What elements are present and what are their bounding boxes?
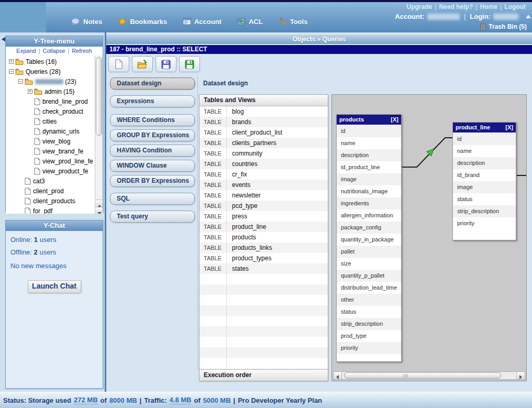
tree-item-view-product-fe[interactable]: view_product_fe [6, 166, 95, 176]
tree-item-label[interactable]: cities [42, 118, 57, 125]
save-button[interactable] [156, 56, 176, 72]
step-button-expressions[interactable]: Expressions [110, 95, 195, 107]
tree-item-label[interactable]: view_product_fe [42, 168, 88, 175]
tree-action-collapse[interactable]: Collapse [42, 48, 65, 54]
field-strip-description[interactable]: strip_description [337, 318, 401, 330]
table-name[interactable]: products_links [227, 242, 272, 253]
launch-chat-button[interactable]: Launch Chat [28, 280, 81, 293]
tree-item-label[interactable]: cat3 [32, 178, 45, 185]
table-name[interactable]: product_line [227, 222, 266, 232]
field-name[interactable]: name [453, 145, 516, 157]
tree-item-for-pdf[interactable]: for_pdf [6, 206, 95, 214]
close-table-button[interactable]: [X] [391, 115, 398, 125]
status-link-272-mb[interactable]: 272 MB [74, 396, 98, 404]
field-pallet[interactable]: pallet [337, 246, 401, 258]
tree-item-label[interactable]: view_blog [42, 138, 70, 145]
table-name[interactable]: pcd_type [227, 201, 258, 211]
tree-item-label[interactable]: for_pdf [32, 207, 52, 214]
tree-item-dynamic-urls[interactable]: dynamic_urls [6, 126, 95, 136]
table-name[interactable]: community [227, 148, 262, 159]
header-link-upgrade[interactable]: Upgrade [407, 3, 433, 10]
nav-item-acl[interactable]: ACL [237, 18, 263, 26]
tree-item-23[interactable]: − (23) [6, 76, 95, 86]
field-distribution-lead-time[interactable]: distribution_lead_time [337, 282, 401, 294]
tree-item-label[interactable]: Tables (16) [25, 58, 57, 65]
close-table-button[interactable]: [X] [505, 123, 513, 133]
tree-item-client-products[interactable]: client_products [6, 196, 95, 206]
header-link-logout[interactable]: Logout [504, 3, 526, 10]
tree-item-label[interactable]: Queries (28) [25, 68, 61, 75]
tree-item-label[interactable]: check_product [42, 108, 83, 115]
header-link-need-help[interactable]: Need help? [439, 3, 473, 10]
field-status[interactable]: status [337, 306, 401, 318]
tree-item-label[interactable]: dynamic_urls [42, 128, 80, 135]
scroll-right-button[interactable] [516, 372, 525, 379]
tree-item-view-blog[interactable]: view_blog [6, 136, 95, 146]
tree-item-view-brand-fe[interactable]: view_brand_fe [6, 146, 95, 156]
tree-item-cat3[interactable]: cat3 [6, 176, 95, 186]
field-image[interactable]: image [453, 181, 516, 193]
field-package-config[interactable]: package_config [337, 222, 401, 234]
step-button-sql[interactable]: SQL [110, 193, 195, 205]
new-query-button[interactable] [108, 56, 129, 72]
tree-item-view-prod-line-fe[interactable]: view_prod_line_fe [6, 156, 95, 166]
open-query-button[interactable] [132, 56, 153, 72]
table-name[interactable]: newsletter [227, 190, 261, 201]
tree-item-label[interactable]: brend_line_prod [42, 98, 88, 105]
step-button-having-condition[interactable]: HAVING Condition [110, 145, 195, 157]
tree-item-label[interactable]: admin (15) [44, 88, 74, 95]
tree-item-tables-16[interactable]: +Tables (16) [6, 57, 95, 67]
table-name[interactable]: countries [227, 159, 258, 169]
tree-item-label[interactable]: client_prod [32, 188, 64, 195]
field-status[interactable]: status [453, 193, 516, 205]
tree-scrollbar[interactable] [95, 56, 103, 214]
status-link-4-8-mb[interactable]: 4.8 MB [170, 396, 192, 404]
tree-item-label[interactable]: view_brand_fe [42, 148, 83, 155]
table-name[interactable]: cr_fix [227, 169, 247, 180]
step-button-dataset-design[interactable]: Dataset design [110, 78, 195, 90]
field-quantity-in-package[interactable]: quantity_in_package [337, 234, 401, 246]
expand-icon[interactable]: + [28, 89, 32, 94]
step-button-order-by-expressions[interactable]: ORDER BY Expressions [110, 175, 195, 187]
tree-item-check-product[interactable]: check_product [6, 106, 95, 116]
nav-item-account[interactable]: Account [183, 18, 221, 26]
collapse-icon[interactable]: − [9, 69, 14, 74]
tree-item-client-prod[interactable]: client_prod [6, 186, 95, 196]
expand-icon[interactable]: + [9, 59, 14, 64]
field-description[interactable]: description [453, 157, 516, 169]
field-priority[interactable]: priority [453, 217, 516, 229]
collapse-icon[interactable]: − [18, 79, 23, 84]
trash-bin-link[interactable]: Trash Bin (5) [480, 23, 527, 30]
field-strip-description[interactable]: strip_description [453, 205, 516, 217]
tree-item-label[interactable]: client_products [32, 197, 75, 205]
step-button-test-query[interactable]: Test query [110, 211, 195, 223]
step-button-where-conditions[interactable]: WHERE Conditions [110, 114, 195, 126]
field-other[interactable]: other [337, 294, 401, 306]
field-name[interactable]: name [337, 137, 401, 149]
field-id-brand[interactable]: id_brand [453, 169, 516, 181]
field-id[interactable]: id [453, 133, 516, 145]
field-quantity-p-pallet[interactable]: quantity_p_pallet [337, 270, 401, 282]
scroll-up-button[interactable] [95, 200, 103, 206]
execution-order-header[interactable]: Execution order [199, 369, 328, 381]
table-name[interactable]: clients_partners [227, 138, 276, 148]
header-link-home[interactable]: Home [480, 3, 497, 10]
tree-item-label[interactable]: view_prod_line_fe [42, 158, 93, 165]
field-allergen-information[interactable]: allergen_information [337, 209, 401, 222]
diagram-table-header[interactable]: product_line[X] [453, 123, 516, 133]
tree-item-queries-28[interactable]: −Queries (28) [6, 67, 95, 76]
table-name[interactable]: press [227, 211, 247, 222]
scrollbar-thumb[interactable] [344, 372, 501, 379]
tree-item-cities[interactable]: cities [6, 116, 95, 126]
field-id[interactable]: id [337, 125, 401, 137]
tree-action-expand[interactable]: Expand [16, 48, 36, 54]
step-button-group-by-expressions[interactable]: GROUP BY Expressions [110, 129, 195, 141]
table-name[interactable]: events [227, 180, 250, 190]
nav-item-notes[interactable]: Notes [71, 18, 102, 26]
field-prod-type[interactable]: prod_type [337, 330, 401, 342]
step-button-window-clause[interactable]: WINDOW Clause [110, 160, 195, 172]
table-name[interactable]: product_types [227, 253, 271, 263]
diagram-h-scrollbar[interactable] [333, 371, 525, 380]
table-name[interactable]: client_product_list [227, 127, 282, 138]
scroll-up-icon[interactable] [526, 15, 531, 18]
